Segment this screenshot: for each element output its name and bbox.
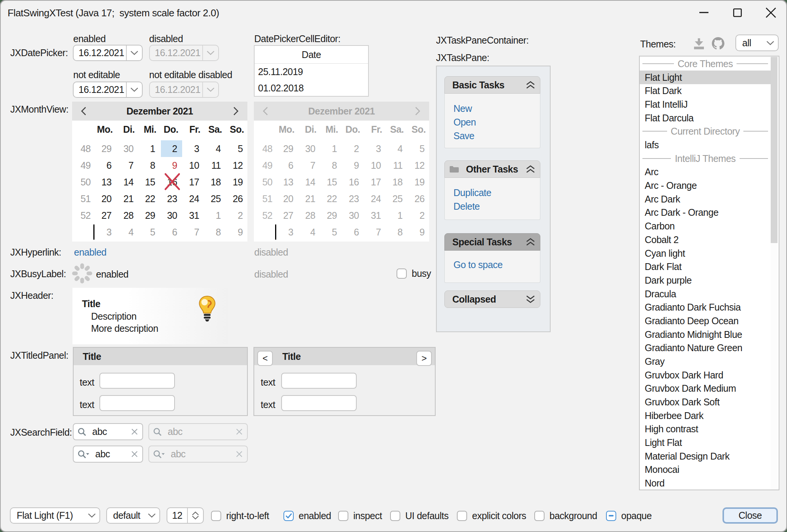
titled-panel-next-button[interactable]: > [416,351,432,366]
datepicker-not-editable[interactable]: 16.12.2021 [73,82,143,98]
theme-item[interactable]: Arc - Orange [640,179,771,192]
theme-item[interactable]: Monocai [640,463,771,476]
calendar-day[interactable]: 2 [227,207,248,224]
scrollbar-thumb[interactable] [771,57,778,243]
datepicker-enabled[interactable]: 16.12.2021 [73,45,143,61]
themes-list[interactable]: Core ThemesFlat LightFlat DarkFlat Intel… [639,56,779,490]
calendar-day[interactable]: 24 [183,190,204,207]
theme-item[interactable]: Material Design Dark [640,449,771,463]
busy-checkbox[interactable] [397,268,407,279]
calendar-day[interactable]: 2 [161,140,182,157]
theme-item[interactable]: Flat Darcula [640,111,771,125]
taskpane-header-basic-tasks[interactable]: Basic Tasks [444,76,540,94]
theme-item[interactable]: Gradianto Midnight Blue [640,328,771,341]
theme-item[interactable]: Flat Dark [640,84,771,97]
theme-item[interactable]: lafs [640,138,771,152]
theme-item[interactable]: Light Flat [640,436,771,449]
taskpane-link-open[interactable]: Open [453,117,476,128]
calendar-day[interactable]: 4 [117,224,139,240]
taskpane-collapse-button[interactable] [526,238,535,246]
clear-search-icon[interactable] [131,451,138,457]
table-row[interactable]: 25.11.2019 [255,64,368,80]
clear-search-icon[interactable] [131,428,138,435]
calendar-day[interactable]: 29 [139,207,160,224]
checkbox-box[interactable] [457,511,467,521]
checkbox-box[interactable] [338,511,348,521]
calendar-day[interactable]: 27 [95,207,116,224]
theme-item[interactable]: Gruvbox Dark Medium [640,381,771,395]
calendar-day[interactable]: 5 [139,224,160,240]
datepicker-dropdown-button[interactable] [127,46,142,60]
monthview-enabled[interactable]: Dezember 2021Mo.Di.Mi.Do.Fr.Sa.So.482930… [72,102,247,242]
checkbox-box[interactable] [211,511,221,521]
spinner-buttons[interactable] [188,508,203,523]
font-combo[interactable]: default [106,507,160,524]
calendar-day[interactable]: 28 [117,207,139,224]
checkbox-ui-defaults[interactable]: UI defaults [390,510,449,521]
calendar-day[interactable]: 7 [183,224,204,240]
calendar-day[interactable]: 1 [205,207,226,224]
theme-item[interactable]: Gruvbox Dark Soft [640,395,771,409]
calendar-day[interactable]: 26 [227,190,248,207]
hyperlink-enabled[interactable]: enabled [74,247,106,258]
calendar-day[interactable]: 13 [95,174,116,190]
datepicker-value[interactable]: 16.12.2021 [74,82,126,97]
calendar-day[interactable]: 1 [139,140,160,157]
theme-item-selected[interactable]: Flat Light [640,71,771,84]
checkbox-opaque[interactable]: opaque [606,510,652,521]
checkbox-box[interactable] [606,511,616,521]
calendar-day[interactable]: 14 [117,174,139,190]
calendar-day[interactable]: 12 [227,157,248,174]
calendar-day[interactable]: 10 [183,157,204,174]
theme-item[interactable]: Flat IntelliJ [640,97,771,111]
taskpane-link-new[interactable]: New [453,103,472,114]
close-window-button[interactable] [754,1,787,24]
calendar-day[interactable]: 6 [95,157,116,174]
cell-editor-table[interactable]: Date 25.11.201901.02.2018 [254,45,369,97]
theme-item[interactable]: High contrast [640,422,771,436]
text-input[interactable] [99,373,175,389]
calendar-day[interactable]: 6 [161,224,182,240]
calendar-day[interactable]: 23 [161,190,182,207]
theme-item[interactable]: Nord [640,476,771,490]
search-input-value[interactable]: abc [90,449,131,460]
calendar-day[interactable]: 11 [205,157,226,174]
calendar-day[interactable]: 30 [161,207,182,224]
datepicker-value[interactable]: 16.12.2021 [74,46,126,60]
download-themes-button[interactable] [694,38,704,49]
taskpane-collapse-button[interactable] [526,295,535,303]
theme-item[interactable]: Dark purple [640,273,771,287]
minimize-button[interactable] [687,1,721,24]
theme-item[interactable]: Gruvbox Dark Hard [640,368,771,382]
calendar-day[interactable]: 5 [227,140,248,157]
calendar-day[interactable]: 8 [139,157,160,174]
calendar-day[interactable]: 31 [183,207,204,224]
search-input-value[interactable]: abc [87,426,131,437]
theme-item[interactable]: Carbon [640,219,771,233]
theme-item[interactable]: Dark Flat [640,260,771,273]
taskpane-collapse-button[interactable] [526,165,535,173]
search-field[interactable]: abc [73,423,143,440]
text-input[interactable] [281,395,357,411]
taskpane-header-other-tasks[interactable]: Other Tasks [444,160,540,178]
theme-item[interactable]: Gradianto Deep Ocean [640,314,771,328]
theme-item[interactable]: Arc Dark - Orange [640,206,771,219]
checkbox-box[interactable] [283,511,294,521]
checkbox-background[interactable]: background [534,510,597,521]
calendar-day[interactable]: 30 [117,140,139,157]
theme-item[interactable]: Gray [640,355,771,368]
calendar-day[interactable]: 21 [117,190,139,207]
titled-panel-prev-button[interactable]: < [257,351,273,366]
font-size-spinner[interactable]: 12 [167,507,204,524]
calendar-day[interactable]: 25 [205,190,226,207]
theme-item[interactable]: Cobalt 2 [640,233,771,246]
search-field-with-menu[interactable]: abc [73,446,143,463]
busy-checkbox-wrap[interactable]: busy [397,268,431,279]
checkbox-explicit-colors[interactable]: explicit colors [457,510,526,521]
themes-scrollbar[interactable] [771,56,778,490]
calendar-day[interactable]: 9 [227,224,248,240]
theme-item[interactable]: Hiberbee Dark [640,409,771,422]
text-input[interactable] [281,373,357,389]
laf-combo[interactable]: Flat Light (F1) [10,507,100,524]
taskpane-header-collapsed[interactable]: Collapsed [444,290,540,308]
